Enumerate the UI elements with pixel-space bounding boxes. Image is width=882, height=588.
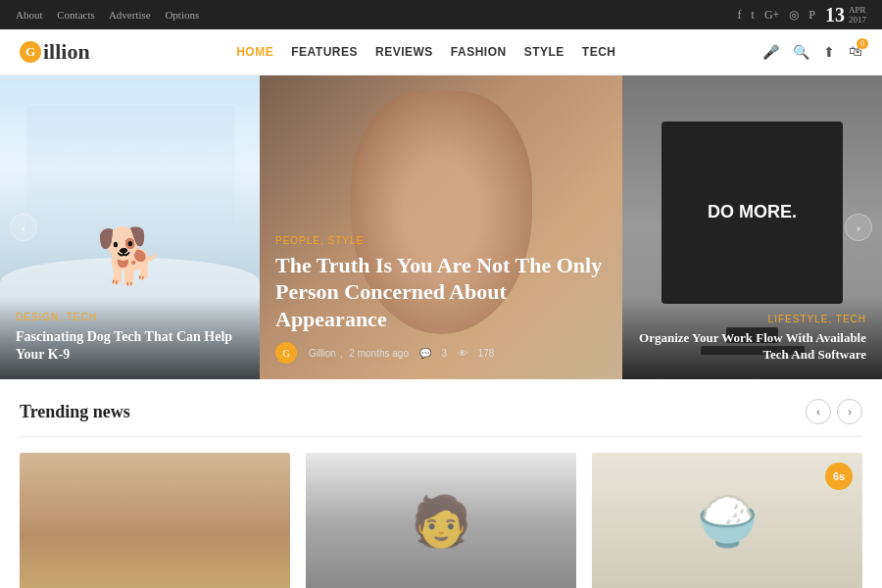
nav-tech[interactable]: TECH [582, 45, 616, 59]
cart-count: 0 [857, 38, 868, 49]
nav-fashion[interactable]: FASHION [451, 45, 507, 59]
hero-left-panel: 🐕 DESIGN, TECH Fascinating Dog Tech That… [0, 75, 260, 379]
header-icons: 🎤 🔍 ⬆ 🛍 0 [762, 44, 862, 61]
date-year: 2017 [849, 15, 866, 24]
nav-features[interactable]: FEATURES [291, 45, 358, 59]
hero-center-title: The Truth Is You Are Not The Only Person… [275, 252, 607, 333]
card-badge-3: 6s [825, 463, 853, 490]
author-avatar: G [275, 342, 297, 364]
main-nav: HOME FEATURES REVIEWS FASHION STYLE TECH [236, 45, 615, 59]
card-image-1 [20, 453, 290, 588]
hero-left-overlay: DESIGN, TECH Fascinating Dog Tech That C… [0, 296, 260, 379]
share-icon[interactable]: ⬆ [823, 44, 835, 61]
pinterest-icon[interactable]: P [808, 8, 815, 23]
instagram-icon[interactable]: ◎ [789, 8, 799, 23]
hero-right-overlay: LIFESTYLE, TECH Organize Your Work Flow … [622, 298, 882, 379]
trending-title: Trending news [20, 402, 130, 422]
topbar-link-options[interactable]: Options [165, 9, 199, 21]
mic-icon[interactable]: 🎤 [762, 44, 779, 61]
hero-right-title: Organize Your Work Flow With Available T… [638, 330, 866, 364]
date-month: APR [849, 5, 866, 15]
trending-prev-button[interactable]: ‹ [806, 399, 831, 424]
hero-prev-button[interactable]: ‹ [10, 214, 37, 241]
header: G illion HOME FEATURES REVIEWS FASHION S… [0, 29, 882, 75]
card-image-3: 🍚 [592, 453, 862, 588]
hero-right-panel: DO MORE. LIFESTYLE, TECH Organize Your W… [622, 75, 882, 379]
hero-left-title: Fascinating Dog Tech That Can Help Your … [16, 328, 244, 364]
trending-section: Trending news ‹ › 🧑 🍚 6s [0, 379, 882, 588]
nav-home[interactable]: HOME [236, 45, 273, 59]
trending-next-button[interactable]: › [837, 399, 862, 424]
logo[interactable]: G illion [20, 39, 90, 65]
trending-card-2[interactable]: 🧑 [306, 453, 576, 588]
topbar-link-contacts[interactable]: Contacts [57, 9, 95, 21]
nav-style[interactable]: STYLE [524, 45, 564, 59]
hero-next-button[interactable]: › [845, 214, 872, 241]
google-plus-icon[interactable]: G+ [764, 8, 779, 23]
trending-header: Trending news ‹ › [20, 399, 862, 437]
logo-text: illion [43, 39, 90, 65]
hero-center-panel: PEOPLE, STYLE The Truth Is You Are Not T… [260, 75, 622, 379]
hero-center-category: PEOPLE, STYLE [275, 235, 607, 246]
hero-center-overlay: PEOPLE, STYLE The Truth Is You Are Not T… [260, 220, 622, 380]
facebook-icon[interactable]: f [738, 8, 742, 23]
trending-nav: ‹ › [806, 399, 862, 424]
hero-center-meta: G Gillion, 2 months ago 💬 3 👁 178 [275, 342, 607, 364]
topbar-right: f t G+ ◎ P 13 APR 2017 [738, 5, 866, 24]
search-icon[interactable]: 🔍 [793, 44, 809, 61]
meta-author: Gillion, 2 months ago 💬 3 👁 178 [305, 348, 498, 359]
logo-icon: G [20, 41, 41, 63]
topbar-link-advertise[interactable]: Advertise [109, 9, 151, 21]
twitter-icon[interactable]: t [752, 8, 755, 23]
nav-reviews[interactable]: REVIEWS [375, 45, 433, 59]
date-display: 13 APR 2017 [825, 5, 866, 24]
cart-icon[interactable]: 🛍 0 [849, 44, 862, 60]
topbar-link-about[interactable]: About [16, 9, 43, 21]
do-more-text: DO MORE. [708, 202, 797, 223]
trending-card-3[interactable]: 🍚 6s [592, 453, 862, 588]
hero-left-category: DESIGN, TECH [16, 312, 244, 322]
topbar-links: About Contacts Advertise Options [16, 9, 211, 21]
trending-cards: 🧑 🍚 6s [20, 453, 862, 588]
hero-right-category: LIFESTYLE, TECH [638, 314, 866, 324]
date-day: 13 [825, 5, 845, 24]
card-image-2: 🧑 [306, 453, 576, 588]
topbar: About Contacts Advertise Options f t G+ … [0, 0, 882, 29]
hero-slider: 🐕 DESIGN, TECH Fascinating Dog Tech That… [0, 75, 882, 379]
trending-card-1[interactable] [20, 453, 290, 588]
